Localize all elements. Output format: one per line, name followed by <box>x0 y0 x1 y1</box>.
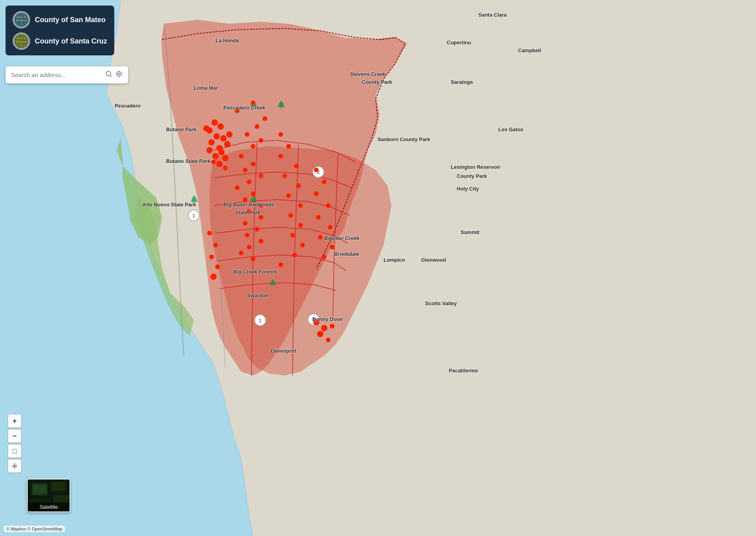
svg-point-37 <box>20 22 23 24</box>
locate-button[interactable] <box>8 459 21 473</box>
satellite-thumbnail[interactable]: Satellite <box>27 479 70 512</box>
svg-text:1: 1 <box>312 317 315 323</box>
map-container: 1 2 1 1 🌲 🌲 🌲 🌲 🌲 <box>0 0 756 536</box>
svg-text:🌲: 🌲 <box>249 100 258 109</box>
legend-panel: COUNTY OF SAN MATEO County of San Mateo … <box>6 6 114 55</box>
svg-text:COUNTY OF: COUNTY OF <box>17 38 26 40</box>
svg-text:🌲: 🌲 <box>190 195 199 204</box>
svg-text:2: 2 <box>317 170 320 175</box>
satellite-label: Satellite <box>28 502 70 511</box>
attribution: © Mapbox © OpenStreetMap <box>4 526 65 532</box>
svg-point-47 <box>14 465 15 467</box>
svg-text:1: 1 <box>193 213 195 219</box>
svg-text:COUNTY OF: COUNTY OF <box>17 16 26 18</box>
svg-text:SAN MATEO: SAN MATEO <box>17 19 26 21</box>
search-input[interactable] <box>11 72 102 78</box>
location-icon[interactable] <box>115 70 123 79</box>
svg-text:SANTA CRUZ: SANTA CRUZ <box>16 41 26 43</box>
santa-cruz-seal: COUNTY OF SANTA CRUZ <box>13 32 30 50</box>
map-controls: + − □ <box>8 414 21 473</box>
svg-text:🌲: 🌲 <box>249 195 258 204</box>
zoom-in-button[interactable]: + <box>8 414 21 428</box>
search-bar <box>6 66 128 83</box>
svg-text:1: 1 <box>259 318 262 323</box>
svg-point-46 <box>117 72 121 76</box>
zoom-out-button[interactable]: − <box>8 429 21 443</box>
svg-point-48 <box>13 464 17 468</box>
santa-cruz-label: County of Santa Cruz <box>35 37 107 45</box>
svg-point-45 <box>118 73 120 75</box>
svg-line-44 <box>110 75 111 76</box>
san-mateo-seal: COUNTY OF SAN MATEO <box>13 11 30 28</box>
legend-item-san-mateo: COUNTY OF SAN MATEO County of San Mateo <box>13 11 107 28</box>
svg-point-42 <box>20 43 23 45</box>
san-mateo-label: County of San Mateo <box>35 16 106 24</box>
svg-text:🌲: 🌲 <box>269 279 277 286</box>
legend-item-santa-cruz: COUNTY OF SANTA CRUZ County of Santa Cru… <box>13 32 107 50</box>
svg-text:🌲: 🌲 <box>277 100 286 109</box>
search-icon[interactable] <box>105 70 112 79</box>
fullscreen-button[interactable]: □ <box>8 444 21 458</box>
